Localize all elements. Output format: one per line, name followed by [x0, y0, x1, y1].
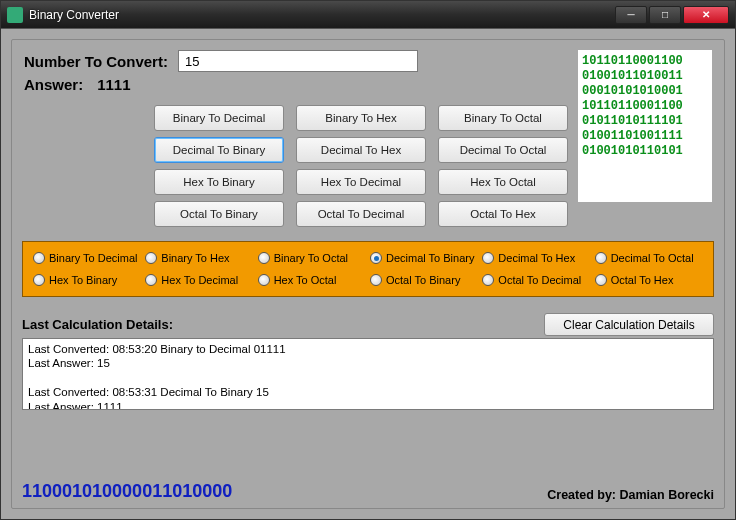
radio-label: Hex To Octal: [274, 274, 337, 286]
hex-to-binary-button[interactable]: Hex To Binary: [154, 169, 284, 195]
radio-label: Binary To Decimal: [49, 252, 137, 264]
answer-value: 1111: [97, 76, 130, 93]
radio-binary-to-decimal[interactable]: Binary To Decimal: [33, 252, 141, 264]
radio-octal-to-decimal[interactable]: Octal To Decimal: [482, 274, 590, 286]
radio-label: Hex To Decimal: [161, 274, 238, 286]
decimal-to-binary-button[interactable]: Decimal To Binary: [154, 137, 284, 163]
radio-label: Octal To Binary: [386, 274, 460, 286]
app-window: Binary Converter ─ □ ✕ Number To Convert…: [0, 0, 736, 520]
window-controls: ─ □ ✕: [615, 6, 729, 24]
art-line: 00010101010001: [582, 84, 708, 99]
binary-art-panel: 10110110001100 01001011010011 0001010101…: [578, 50, 712, 202]
radio-hex-to-decimal[interactable]: Hex To Decimal: [145, 274, 253, 286]
footer-binary: 110001010000011010000: [22, 481, 232, 502]
radio-decimal-to-hex[interactable]: Decimal To Hex: [482, 252, 590, 264]
window-title: Binary Converter: [29, 8, 119, 22]
client-area: Number To Convert: Answer: 1111 Binary T…: [1, 29, 735, 519]
calculation-log[interactable]: Last Converted: 08:53:20 Binary to Decim…: [22, 338, 714, 410]
radio-octal-to-binary[interactable]: Octal To Binary: [370, 274, 478, 286]
radio-panel: Binary To Decimal Binary To Hex Binary T…: [22, 241, 714, 297]
radio-decimal-to-octal[interactable]: Decimal To Octal: [595, 252, 703, 264]
radio-label: Decimal To Hex: [498, 252, 575, 264]
radio-binary-to-octal[interactable]: Binary To Octal: [258, 252, 366, 264]
main-panel: Number To Convert: Answer: 1111 Binary T…: [11, 39, 725, 509]
radio-label: Decimal To Binary: [386, 252, 474, 264]
conversion-button-grid: Binary To Decimal Binary To Hex Binary T…: [154, 105, 568, 227]
app-icon: [7, 7, 23, 23]
hex-to-octal-button[interactable]: Hex To Octal: [438, 169, 568, 195]
art-line: 10110110001100: [582, 54, 708, 69]
radio-decimal-to-binary[interactable]: Decimal To Binary: [370, 252, 478, 264]
radio-label: Hex To Binary: [49, 274, 117, 286]
radio-label: Decimal To Octal: [611, 252, 694, 264]
number-to-convert-label: Number To Convert:: [24, 53, 168, 70]
radio-hex-to-binary[interactable]: Hex To Binary: [33, 274, 141, 286]
credit-text: Created by: Damian Borecki: [547, 488, 714, 502]
radio-binary-to-hex[interactable]: Binary To Hex: [145, 252, 253, 264]
clear-details-button[interactable]: Clear Calculation Details: [544, 313, 714, 336]
binary-to-decimal-button[interactable]: Binary To Decimal: [154, 105, 284, 131]
last-calculation-heading: Last Calculation Details:: [22, 317, 173, 332]
radio-label: Octal To Hex: [611, 274, 674, 286]
radio-hex-to-octal[interactable]: Hex To Octal: [258, 274, 366, 286]
octal-to-decimal-button[interactable]: Octal To Decimal: [296, 201, 426, 227]
art-line: 01011010111101: [582, 114, 708, 129]
octal-to-binary-button[interactable]: Octal To Binary: [154, 201, 284, 227]
decimal-to-hex-button[interactable]: Decimal To Hex: [296, 137, 426, 163]
art-line: 01001101001111: [582, 129, 708, 144]
answer-label: Answer:: [24, 76, 83, 93]
art-line: 01001010110101: [582, 144, 708, 159]
radio-label: Binary To Octal: [274, 252, 348, 264]
art-line: 10110110001100: [582, 99, 708, 114]
number-to-convert-input[interactable]: [178, 50, 418, 72]
close-button[interactable]: ✕: [683, 6, 729, 24]
octal-to-hex-button[interactable]: Octal To Hex: [438, 201, 568, 227]
binary-to-hex-button[interactable]: Binary To Hex: [296, 105, 426, 131]
art-line: 01001011010011: [582, 69, 708, 84]
decimal-to-octal-button[interactable]: Decimal To Octal: [438, 137, 568, 163]
minimize-button[interactable]: ─: [615, 6, 647, 24]
binary-to-octal-button[interactable]: Binary To Octal: [438, 105, 568, 131]
radio-octal-to-hex[interactable]: Octal To Hex: [595, 274, 703, 286]
titlebar: Binary Converter ─ □ ✕: [1, 1, 735, 29]
radio-label: Binary To Hex: [161, 252, 229, 264]
radio-label: Octal To Decimal: [498, 274, 581, 286]
maximize-button[interactable]: □: [649, 6, 681, 24]
hex-to-decimal-button[interactable]: Hex To Decimal: [296, 169, 426, 195]
